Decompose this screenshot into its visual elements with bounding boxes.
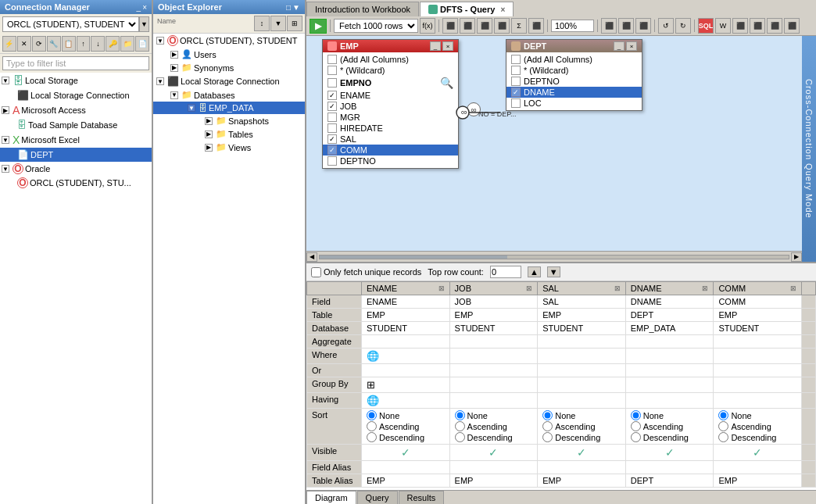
dept-row-deptno[interactable]: DEPTNO bbox=[506, 76, 642, 87]
dept-row-add-all[interactable]: (Add All Columns) bbox=[506, 54, 642, 65]
conn-manager-minimize[interactable]: _ bbox=[137, 3, 141, 12]
emp-check-sal[interactable]: ✓ bbox=[327, 134, 337, 144]
db-dname[interactable]: EMP_DATA bbox=[625, 322, 714, 335]
expand-ms-excel[interactable]: ▼ bbox=[2, 136, 9, 144]
tab-close-dfts[interactable]: × bbox=[500, 5, 505, 14]
emp-row-mgr[interactable]: MGR bbox=[323, 112, 458, 123]
tab-dfts[interactable]: DFTS - Query × bbox=[420, 2, 514, 16]
emp-row-hiredate[interactable]: HIREDATE bbox=[323, 123, 458, 134]
tree-item-ms-access[interactable]: ▶ A Microsoft Access bbox=[0, 102, 152, 118]
sort-comm-none[interactable] bbox=[718, 410, 728, 420]
sort-job-asc[interactable] bbox=[455, 421, 465, 431]
sort-sal-none[interactable] bbox=[542, 410, 553, 420]
conn-tb-btn-3[interactable]: ⟳ bbox=[32, 36, 46, 52]
dept-check-loc[interactable] bbox=[511, 98, 521, 108]
emp-check-ename[interactable]: ✓ bbox=[327, 91, 337, 100]
emp-check-hiredate[interactable] bbox=[327, 123, 337, 133]
sort-job-desc[interactable] bbox=[455, 432, 465, 442]
fetch-dropdown[interactable]: Fetch 1000 rows bbox=[334, 19, 418, 33]
toolbar-btn-3[interactable]: ⬛ bbox=[477, 18, 492, 34]
top-row-count-input[interactable] bbox=[490, 266, 521, 278]
obj-emp-data[interactable]: ▼ 🗄 EMP_DATA bbox=[153, 102, 305, 114]
spin-up[interactable]: ▲ bbox=[528, 266, 541, 277]
toolbar-btn-7[interactable]: ⬛ bbox=[601, 18, 617, 34]
ta-sal[interactable]: EMP bbox=[538, 474, 626, 488]
obj-databases[interactable]: ▼ 📁 Databases bbox=[153, 88, 305, 102]
conn-dropdown-btn[interactable]: ▼ bbox=[139, 16, 149, 32]
conn-tb-btn-5[interactable]: 📋 bbox=[62, 36, 76, 52]
ta-job[interactable]: EMP bbox=[449, 474, 538, 488]
vis-comm[interactable]: ✓ bbox=[714, 445, 802, 461]
tree-item-ms-excel[interactable]: ▼ X Microsoft Excel bbox=[0, 132, 152, 148]
obj-filter-btn[interactable]: ▼ bbox=[270, 16, 286, 31]
db-sal[interactable]: STUDENT bbox=[538, 322, 626, 335]
obj-explorer-btn1[interactable]: □ bbox=[286, 3, 291, 12]
table-sal[interactable]: EMP bbox=[538, 309, 626, 322]
toolbar-btn-1[interactable]: ⬛ bbox=[442, 18, 458, 34]
sort-comm[interactable]: None Ascending Descending bbox=[714, 409, 802, 445]
sort-ename-asc[interactable] bbox=[367, 421, 377, 431]
conn-tb-btn-1[interactable]: ⚡ bbox=[2, 36, 16, 52]
dept-row-loc[interactable]: LOC bbox=[506, 98, 642, 109]
where-job[interactable] bbox=[449, 349, 538, 364]
table-comm[interactable]: EMP bbox=[714, 309, 802, 322]
groupby-comm[interactable] bbox=[714, 377, 802, 393]
emp-close-btn[interactable]: × bbox=[442, 41, 453, 51]
col-comm-x[interactable]: ⊠ bbox=[790, 284, 796, 292]
sort-ename-desc[interactable] bbox=[367, 432, 377, 442]
emp-check-job[interactable]: ✓ bbox=[327, 102, 337, 111]
tab-intro[interactable]: Introduction to Workbook bbox=[306, 2, 419, 16]
conn-tb-btn-2[interactable]: ✕ bbox=[17, 36, 31, 52]
conn-tb-btn-8[interactable]: 🔑 bbox=[106, 36, 120, 52]
dept-check-add-all[interactable] bbox=[511, 55, 521, 64]
unique-records-label[interactable]: Only fetch unique records bbox=[311, 267, 421, 277]
db-ename[interactable]: STUDENT bbox=[362, 322, 450, 335]
bottom-tab-query[interactable]: Query bbox=[357, 491, 398, 504]
where-dname[interactable] bbox=[625, 349, 714, 364]
tree-item-local-conn[interactable]: ⬛ Local Storage Connection bbox=[0, 88, 152, 102]
conn-tb-btn-4[interactable]: 🔧 bbox=[47, 36, 61, 52]
sort-sal-desc[interactable] bbox=[542, 432, 553, 442]
col-dname-x[interactable]: ⊠ bbox=[702, 284, 708, 292]
expand-snapshots[interactable]: ▶ bbox=[205, 117, 213, 125]
toolbar-btn-9[interactable]: ⬛ bbox=[635, 18, 651, 34]
emp-row-comm[interactable]: ✓ COMM bbox=[323, 145, 458, 155]
having-comm[interactable] bbox=[714, 393, 802, 409]
vis-dname[interactable]: ✓ bbox=[625, 445, 714, 461]
emp-check-comm[interactable]: ✓ bbox=[327, 145, 337, 155]
where-comm[interactable] bbox=[714, 349, 802, 364]
expand-databases[interactable]: ▼ bbox=[170, 91, 178, 99]
expand-ms-access[interactable]: ▶ bbox=[2, 106, 9, 114]
fa-job[interactable] bbox=[449, 461, 538, 474]
col-job-x[interactable]: ⊠ bbox=[526, 284, 532, 292]
run-button[interactable]: ▶ bbox=[310, 19, 327, 34]
conn-manager-close[interactable]: × bbox=[142, 3, 147, 12]
sort-ename[interactable]: None Ascending Descending bbox=[362, 409, 450, 445]
ta-dname[interactable]: DEPT bbox=[625, 474, 714, 488]
conn-tb-btn-6[interactable]: ↑ bbox=[77, 36, 91, 52]
expand-tables[interactable]: ▶ bbox=[205, 130, 213, 138]
toolbar-btn-2[interactable]: ⬛ bbox=[460, 18, 475, 34]
groupby-ename[interactable]: ⊞ bbox=[362, 377, 450, 393]
toolbar-btn-11[interactable]: ↻ bbox=[675, 18, 691, 34]
expand-local-storage[interactable]: ▼ bbox=[2, 77, 9, 84]
obj-local-conn[interactable]: ▼ ⬛ Local Storage Connection bbox=[153, 74, 305, 88]
vis-sal[interactable]: ✓ bbox=[538, 445, 626, 461]
toolbar-btn-16[interactable]: ⬛ bbox=[784, 18, 800, 34]
bottom-tab-diagram[interactable]: Diagram bbox=[306, 491, 356, 504]
tree-item-dept[interactable]: 📄 DEPT bbox=[0, 148, 152, 162]
table-ename[interactable]: EMP bbox=[362, 309, 450, 322]
obj-tables[interactable]: ▶ 📁 Tables bbox=[153, 127, 305, 141]
obj-sort-btn[interactable]: ↕ bbox=[254, 16, 270, 31]
or-job[interactable] bbox=[449, 364, 538, 377]
emp-check-deptno[interactable] bbox=[327, 156, 337, 166]
sort-dname[interactable]: None Ascending Descending bbox=[625, 409, 714, 445]
sql-btn[interactable]: SQL bbox=[698, 18, 714, 34]
emp-minimize-btn[interactable]: _ bbox=[430, 41, 441, 51]
conn-tb-btn-9[interactable]: 📁 bbox=[120, 36, 134, 52]
sort-comm-desc[interactable] bbox=[718, 432, 728, 442]
having-sal[interactable] bbox=[538, 393, 626, 409]
dept-check-wildcard[interactable] bbox=[511, 66, 521, 75]
dept-close-btn[interactable]: × bbox=[626, 41, 637, 51]
sort-sal[interactable]: None Ascending Descending bbox=[538, 409, 626, 445]
